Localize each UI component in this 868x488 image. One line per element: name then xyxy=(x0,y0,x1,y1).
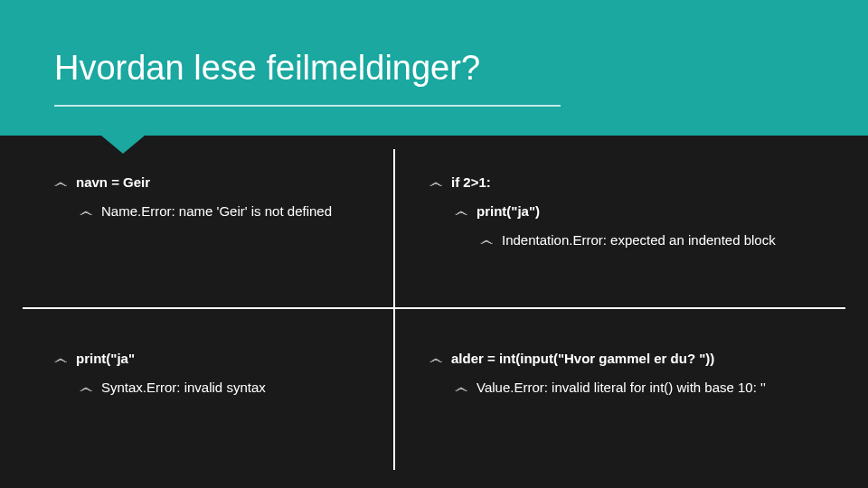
list-item: ෴ Value.Error: invalid literal for int()… xyxy=(429,377,827,399)
cell-bottom-left: ෴ print("ja" ෴ Syntax.Error: invalid syn… xyxy=(36,321,393,415)
list-item: ෴ Indentation.Error: expected an indente… xyxy=(429,230,827,251)
slide-header: Hvordan lese feilmeldinger? xyxy=(0,0,868,136)
slide-title: Hvordan lese feilmeldinger? xyxy=(54,49,480,88)
code-line: print("ja" xyxy=(76,348,135,370)
bullet-icon: ෴ xyxy=(429,172,442,193)
list-item: ෴ print("ja") xyxy=(429,201,827,222)
bullet-icon: ෴ xyxy=(54,172,67,193)
bullet-icon: ෴ xyxy=(429,348,442,370)
bullet-icon: ෴ xyxy=(80,377,92,399)
error-text: Syntax.Error: invalid syntax xyxy=(101,377,266,399)
list-item: ෴ print("ja" xyxy=(54,348,375,370)
bullet-icon: ෴ xyxy=(455,201,467,222)
list-item: ෴ Name.Error: name 'Geir' is not defined xyxy=(54,201,375,222)
bullet-icon: ෴ xyxy=(80,201,92,222)
list-item: ෴ alder = int(input("Hvor gammel er du? … xyxy=(429,348,827,370)
list-item: ෴ navn = Geir xyxy=(54,172,375,193)
list-item: ෴ Syntax.Error: invalid syntax xyxy=(54,377,375,399)
cell-top-left: ෴ navn = Geir ෴ Name.Error: name 'Geir' … xyxy=(36,145,393,239)
content-grid: ෴ navn = Geir ෴ Name.Error: name 'Geir' … xyxy=(0,136,868,488)
code-line: if 2>1: xyxy=(451,172,491,193)
error-text: Indentation.Error: expected an indented … xyxy=(502,230,776,251)
list-item: ෴ if 2>1: xyxy=(429,172,827,193)
code-line: navn = Geir xyxy=(76,172,150,193)
vertical-divider xyxy=(393,149,395,470)
error-text: Value.Error: invalid literal for int() w… xyxy=(476,377,766,399)
bullet-icon: ෴ xyxy=(455,377,467,399)
bullet-icon: ෴ xyxy=(480,230,493,251)
code-line: alder = int(input("Hvor gammel er du? ")… xyxy=(451,348,714,370)
cell-top-right: ෴ if 2>1: ෴ print("ja") ෴ Indentation.Er… xyxy=(411,145,845,267)
bullet-icon: ෴ xyxy=(54,348,67,370)
error-text: Name.Error: name 'Geir' is not defined xyxy=(101,201,332,222)
code-line: print("ja") xyxy=(476,201,540,222)
horizontal-divider xyxy=(23,307,845,309)
cell-bottom-right: ෴ alder = int(input("Hvor gammel er du? … xyxy=(411,321,845,415)
title-underline xyxy=(54,105,561,107)
